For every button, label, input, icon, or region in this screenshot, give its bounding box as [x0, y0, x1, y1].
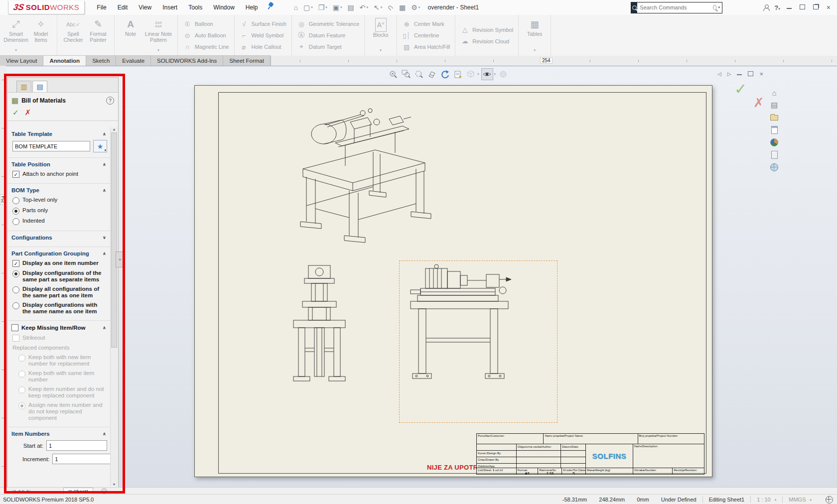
keep-missing-header[interactable]: Keep Missing Item/Row∧: [11, 323, 108, 333]
open-template-button[interactable]: ★: [93, 140, 107, 152]
note-button[interactable]: A Note: [118, 16, 143, 54]
home-button[interactable]: ⌂: [292, 2, 300, 12]
view-orientation-cube-icon[interactable]: [465, 69, 476, 80]
search-dropdown-icon[interactable]: ▾: [718, 5, 722, 9]
next-sheet-icon[interactable]: ▶: [22, 489, 25, 493]
cancel-x-icon[interactable]: ✗: [25, 108, 31, 117]
scrollbar-thumb[interactable]: [111, 132, 117, 348]
menu-file[interactable]: File: [92, 2, 111, 13]
item-numbers-header[interactable]: Item Numbers∧: [11, 430, 108, 439]
revision-symbol-button[interactable]: △Revision Symbol: [459, 25, 515, 35]
resources-home-icon[interactable]: ⌂: [769, 88, 779, 97]
prev-sheet-icon[interactable]: ◀: [17, 489, 20, 493]
close-button[interactable]: ×: [825, 3, 832, 11]
doc-minimize-button[interactable]: [737, 71, 742, 77]
start-at-input[interactable]: [46, 440, 107, 451]
auto-balloon-button[interactable]: ⊙Auto Balloon: [181, 30, 231, 40]
first-sheet-icon[interactable]: |◀: [12, 489, 15, 493]
next-document-icon[interactable]: ▷: [727, 71, 731, 77]
center-mark-button[interactable]: ⊕Center Mark: [401, 19, 451, 29]
sheet-tab-scroll-button[interactable]: [101, 488, 107, 494]
spell-checker-button[interactable]: Abc✓ Spell Checker: [61, 16, 86, 54]
menu-window[interactable]: Window: [208, 2, 240, 13]
magnetic-line-button[interactable]: ∩Magnetic Line: [181, 42, 231, 52]
smart-dimension-button[interactable]: ⤢ Smart Dimension▾: [3, 16, 28, 54]
drawing-sheet[interactable]: NIJE ZA UPOTREBU! Poručilac/Customer: Na…: [194, 85, 712, 477]
bom-template-input[interactable]: [12, 141, 90, 151]
centerline-button[interactable]: ▯┊Centerline: [401, 30, 451, 40]
bom-type-indented-radio[interactable]: Indented: [11, 216, 108, 227]
keep-number-drop-component-radio[interactable]: Keep item number and do not keep replace…: [11, 384, 108, 400]
prev-document-icon[interactable]: ◁: [717, 71, 721, 77]
resize-button[interactable]: [798, 4, 807, 11]
drawing-view-isometric[interactable]: [276, 93, 436, 238]
collapse-icon[interactable]: ∧: [103, 131, 107, 136]
assign-new-number-radio[interactable]: Assign new item number and do not keep r…: [11, 400, 108, 423]
tab-solidworks-add-ins[interactable]: SOLIDWORKS Add-Ins: [151, 55, 223, 66]
forum-globe-icon[interactable]: [769, 163, 779, 172]
all-configs-one-item-radio[interactable]: Display all configurations of the same p…: [11, 284, 108, 300]
table-position-header[interactable]: Table Position∧: [11, 160, 108, 169]
featuremanager-tab[interactable]: ▥: [16, 81, 31, 92]
sheet-properties-icon[interactable]: [452, 69, 463, 80]
attach-button[interactable]: ⊂: [384, 0, 398, 14]
configurations-header[interactable]: Configurations∨: [11, 234, 108, 243]
panel-expand-button[interactable]: »: [116, 252, 124, 267]
menu-view[interactable]: View: [134, 2, 156, 13]
zoom-to-selection-icon[interactable]: [414, 69, 424, 80]
search-input[interactable]: [637, 4, 713, 10]
login-icon[interactable]: [763, 4, 769, 10]
balloon-button[interactable]: ①Balloon: [181, 19, 231, 29]
view-orientation-dropdown-icon[interactable]: ▾: [477, 72, 479, 76]
scroll-up-icon[interactable]: ▲: [113, 127, 116, 131]
zoom-to-area-icon[interactable]: [401, 69, 412, 80]
graphics-area[interactable]: NIJE ZA UPOTREBU! Poručilac/Customer: Na…: [6, 66, 837, 488]
collapse-icon[interactable]: ∧: [103, 162, 107, 167]
render-settings-icon[interactable]: [498, 69, 509, 80]
minimize-button[interactable]: [785, 4, 793, 11]
area-hatch-fill-button[interactable]: ▨Area Hatch/Fill: [401, 42, 451, 52]
display-one-item-number-checkbox[interactable]: Display as one item number: [11, 258, 108, 268]
panel-help-icon[interactable]: ?: [106, 97, 114, 105]
zoom-to-fit-icon[interactable]: [388, 69, 399, 80]
ok-check-icon[interactable]: ✓: [12, 108, 19, 117]
pin-menu-icon[interactable]: [268, 2, 275, 9]
tab-evaluate[interactable]: Evaluate: [116, 55, 151, 66]
menu-edit[interactable]: Edit: [113, 2, 133, 13]
bom-type-top-level-radio[interactable]: Top-level only: [11, 195, 108, 206]
search-commands-box[interactable]: ▾: [631, 2, 722, 13]
rotate-view-icon[interactable]: [439, 69, 450, 80]
weld-symbol-button[interactable]: ⌐Weld Symbol: [238, 30, 288, 40]
last-sheet-icon[interactable]: ▶|: [27, 489, 30, 493]
confirm-ok-icon[interactable]: ✓: [734, 80, 747, 98]
attach-anchor-checkbox[interactable]: Attach to anchor point: [11, 169, 108, 179]
open-button[interactable]: ❒▾: [316, 2, 329, 12]
collapse-icon[interactable]: ∧: [103, 325, 107, 330]
custom-properties-icon[interactable]: [769, 150, 779, 159]
surface-finish-button[interactable]: √Surface Finish: [238, 19, 288, 29]
save-button[interactable]: ▣▾: [331, 2, 344, 12]
menu-help[interactable]: Help: [241, 2, 263, 13]
collapse-icon[interactable]: ∧: [103, 251, 107, 256]
bom-type-header[interactable]: BOM Type∧: [11, 186, 108, 195]
help-icon[interactable]: ?▾: [774, 4, 780, 11]
collapse-icon[interactable]: ∧: [103, 188, 107, 193]
table-template-header[interactable]: Table Template∧: [11, 130, 108, 139]
propertymanager-tab[interactable]: ▤: [32, 81, 47, 92]
blocks-button[interactable]: A° Blocks▾: [368, 16, 393, 54]
doc-restore-button[interactable]: [748, 71, 753, 77]
sheet-tab-sheet1[interactable]: ▤ Sheet1: [63, 488, 93, 495]
confirm-cancel-icon[interactable]: ✗: [753, 95, 764, 111]
status-globe-icon[interactable]: [826, 496, 833, 504]
tab-sketch[interactable]: Sketch: [86, 55, 116, 66]
undo-button[interactable]: ↶▾: [358, 2, 370, 12]
display-style-dropdown-icon[interactable]: ▾: [494, 72, 496, 76]
select-button[interactable]: ↖▾: [372, 2, 384, 12]
design-library-icon[interactable]: ▤: [769, 101, 779, 110]
display-style-eye-icon[interactable]: [481, 68, 493, 80]
format-painter-button[interactable]: ✎ Format Painter: [86, 16, 111, 54]
hole-callout-button[interactable]: ⌀Hole Callout: [238, 42, 288, 52]
tab-annotation[interactable]: Annotation: [43, 55, 86, 66]
sheet-properties-button[interactable]: ▦: [397, 2, 408, 12]
revision-cloud-button[interactable]: ☁Revision Cloud: [459, 36, 515, 46]
